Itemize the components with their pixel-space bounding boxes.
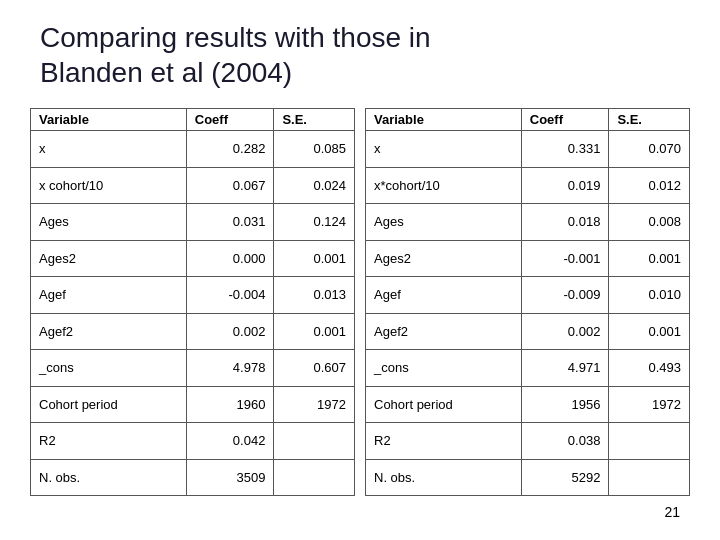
- cell-se: [274, 459, 355, 496]
- cell-variable: R2: [366, 423, 522, 460]
- table-row: x*cohort/100.0190.012: [366, 167, 690, 204]
- table-row: Agef20.0020.001: [31, 313, 355, 350]
- cell-se: 0.001: [274, 240, 355, 277]
- left-table: Variable Coeff S.E. x0.2820.085x cohort/…: [30, 108, 355, 496]
- cell-coeff: 0.031: [186, 204, 274, 241]
- cell-variable: x cohort/10: [31, 167, 187, 204]
- right-col-variable: Variable: [366, 109, 522, 131]
- cell-variable: _cons: [31, 350, 187, 387]
- table-row: N. obs.3509: [31, 459, 355, 496]
- cell-variable: N. obs.: [366, 459, 522, 496]
- cell-se: 1972: [609, 386, 690, 423]
- cell-se: 1972: [274, 386, 355, 423]
- cell-variable: Ages2: [366, 240, 522, 277]
- cell-variable: Ages: [31, 204, 187, 241]
- cell-se: [609, 423, 690, 460]
- table-row: x cohort/100.0670.024: [31, 167, 355, 204]
- cell-coeff: 5292: [521, 459, 609, 496]
- cell-coeff: 0.067: [186, 167, 274, 204]
- cell-variable: Cohort period: [366, 386, 522, 423]
- table-row: Agef-0.0090.010: [366, 277, 690, 314]
- cell-coeff: -0.001: [521, 240, 609, 277]
- table-row: N. obs.5292: [366, 459, 690, 496]
- table-row: Cohort period19561972: [366, 386, 690, 423]
- cell-se: 0.001: [609, 240, 690, 277]
- cell-coeff: 0.019: [521, 167, 609, 204]
- cell-se: 0.008: [609, 204, 690, 241]
- table-row: Ages0.0310.124: [31, 204, 355, 241]
- cell-coeff: 0.331: [521, 131, 609, 168]
- cell-coeff: -0.004: [186, 277, 274, 314]
- cell-variable: _cons: [366, 350, 522, 387]
- cell-se: 0.607: [274, 350, 355, 387]
- cell-se: 0.024: [274, 167, 355, 204]
- cell-coeff: -0.009: [521, 277, 609, 314]
- cell-variable: x: [366, 131, 522, 168]
- page-title: Comparing results with those in Blanden …: [30, 20, 690, 90]
- cell-coeff: 3509: [186, 459, 274, 496]
- table-row: Ages20.0000.001: [31, 240, 355, 277]
- table-row: R20.042: [31, 423, 355, 460]
- right-table: Variable Coeff S.E. x0.3310.070x*cohort/…: [365, 108, 690, 496]
- tables-wrapper: Variable Coeff S.E. x0.2820.085x cohort/…: [30, 108, 690, 496]
- page: Comparing results with those in Blanden …: [0, 0, 720, 540]
- cell-variable: Agef2: [366, 313, 522, 350]
- cell-se: 0.010: [609, 277, 690, 314]
- cell-coeff: 4.978: [186, 350, 274, 387]
- cell-se: 0.070: [609, 131, 690, 168]
- cell-coeff: 1960: [186, 386, 274, 423]
- cell-variable: Cohort period: [31, 386, 187, 423]
- cell-variable: Agef: [31, 277, 187, 314]
- cell-se: 0.001: [274, 313, 355, 350]
- right-col-coeff: Coeff: [521, 109, 609, 131]
- cell-se: 0.001: [609, 313, 690, 350]
- cell-se: 0.012: [609, 167, 690, 204]
- table-row: Agef20.0020.001: [366, 313, 690, 350]
- table-row: _cons4.9780.607: [31, 350, 355, 387]
- cell-variable: x: [31, 131, 187, 168]
- table-row: x0.3310.070: [366, 131, 690, 168]
- table-row: R20.038: [366, 423, 690, 460]
- cell-coeff: 0.282: [186, 131, 274, 168]
- cell-variable: x*cohort/10: [366, 167, 522, 204]
- page-number: 21: [30, 504, 690, 520]
- cell-se: [274, 423, 355, 460]
- cell-coeff: 0.038: [521, 423, 609, 460]
- cell-se: [609, 459, 690, 496]
- table-row: Ages0.0180.008: [366, 204, 690, 241]
- cell-coeff: 4.971: [521, 350, 609, 387]
- left-col-variable: Variable: [31, 109, 187, 131]
- cell-variable: N. obs.: [31, 459, 187, 496]
- cell-coeff: 0.042: [186, 423, 274, 460]
- table-row: Cohort period19601972: [31, 386, 355, 423]
- cell-coeff: 0.002: [521, 313, 609, 350]
- cell-variable: Ages2: [31, 240, 187, 277]
- cell-se: 0.493: [609, 350, 690, 387]
- cell-coeff: 0.018: [521, 204, 609, 241]
- cell-coeff: 0.002: [186, 313, 274, 350]
- cell-coeff: 0.000: [186, 240, 274, 277]
- cell-variable: Agef: [366, 277, 522, 314]
- cell-variable: Agef2: [31, 313, 187, 350]
- cell-se: 0.085: [274, 131, 355, 168]
- cell-se: 0.013: [274, 277, 355, 314]
- table-row: Agef-0.0040.013: [31, 277, 355, 314]
- cell-variable: R2: [31, 423, 187, 460]
- cell-se: 0.124: [274, 204, 355, 241]
- cell-coeff: 1956: [521, 386, 609, 423]
- left-col-coeff: Coeff: [186, 109, 274, 131]
- table-row: _cons4.9710.493: [366, 350, 690, 387]
- table-row: x0.2820.085: [31, 131, 355, 168]
- left-col-se: S.E.: [274, 109, 355, 131]
- cell-variable: Ages: [366, 204, 522, 241]
- table-row: Ages2-0.0010.001: [366, 240, 690, 277]
- right-col-se: S.E.: [609, 109, 690, 131]
